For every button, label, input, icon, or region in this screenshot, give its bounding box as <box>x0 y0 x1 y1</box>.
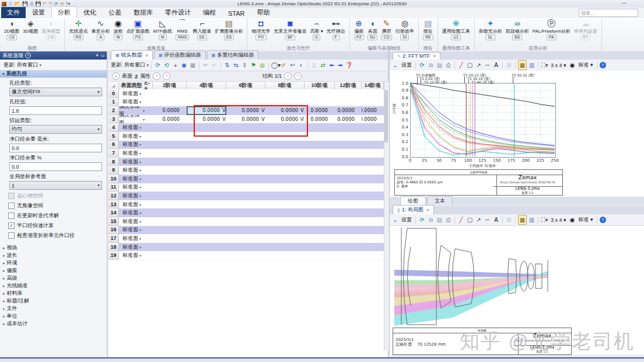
data-cell[interactable] <box>145 166 153 175</box>
help-icon[interactable]: ❓ <box>345 61 353 69</box>
ribbon-button-通用绘图工具[interactable]: ❋通用绘图工具U1 <box>441 19 471 40</box>
data-cell[interactable] <box>304 141 335 150</box>
save-as-icon[interactable]: 💾 <box>35 1 41 6</box>
data-cell[interactable]: 0.0000 <box>304 115 335 124</box>
data-cell[interactable] <box>265 226 305 235</box>
data-cell[interactable] <box>265 251 305 260</box>
data-cell[interactable] <box>362 183 384 193</box>
line-tool-icon[interactable]: ╱ <box>457 215 465 224</box>
sidebar-tree-item-文件[interactable]: ▸文件 <box>3 305 107 312</box>
data-cell[interactable] <box>335 217 362 227</box>
data-cell[interactable] <box>362 89 384 99</box>
search-input[interactable]: 搜索... <box>579 9 638 17</box>
data-cell[interactable] <box>145 234 153 243</box>
jump-left-icon[interactable]: ⬅ <box>328 61 335 69</box>
data-cell[interactable] <box>265 158 305 167</box>
data-cell[interactable] <box>304 251 335 260</box>
ribbon-button-RMS[interactable]: ⌒RMSRMS <box>174 19 191 40</box>
solve-flag[interactable]: V <box>261 116 265 122</box>
text-tool-icon[interactable]: A <box>492 61 500 69</box>
surface-type-cell[interactable]: 标准面▾ <box>119 183 145 193</box>
redo-icon[interactable]: ↷ <box>48 1 52 6</box>
sidebar-checkbox-在更新时迭代求解[interactable]: 在更新时迭代求解 <box>8 212 102 220</box>
ribbon-button-波前[interactable]: ◉波前W <box>112 19 124 40</box>
data-cell[interactable] <box>362 208 384 218</box>
data-cell[interactable] <box>265 192 305 201</box>
tab-fft-mtf[interactable]: ∿ 2: FFT MTF × <box>393 52 440 60</box>
line-tool-icon[interactable]: ╱ <box>457 61 465 69</box>
save-icon[interactable]: 💾 <box>22 1 28 6</box>
column-header-8阶项[interactable]: 8阶项 <box>265 82 304 90</box>
menu-tab-公差[interactable]: 公差 <box>103 7 127 18</box>
ribbon-button-偏振[interactable]: ⊕偏振PZ <box>353 19 365 40</box>
solve-flag[interactable]: V <box>222 116 226 122</box>
field-input[interactable]: 0.0 <box>9 162 102 171</box>
data-cell[interactable] <box>362 149 384 158</box>
data-cell[interactable] <box>335 175 362 184</box>
data-cell[interactable] <box>187 217 227 227</box>
data-cell[interactable] <box>226 234 266 243</box>
column-header-6阶项[interactable]: 6阶项 <box>226 82 265 90</box>
data-cell[interactable]: 0.0000V <box>226 115 266 124</box>
data-cell[interactable] <box>335 132 362 141</box>
checkbox-icon[interactable] <box>8 213 15 219</box>
data-cell[interactable] <box>362 192 384 201</box>
data-cell[interactable] <box>153 226 187 235</box>
surface-type-cell[interactable]: 标准面▾ <box>119 158 145 167</box>
data-cell[interactable] <box>265 123 305 133</box>
record-icon[interactable]: ◉ <box>569 215 576 224</box>
ribbon-button-扩展图像分析[interactable]: ▤扩展图像分析ES <box>214 19 244 40</box>
data-cell[interactable] <box>362 166 384 175</box>
close-icon[interactable]: × <box>145 53 148 58</box>
editor-update-button[interactable]: 更新: 所有窗口 ▾ <box>111 61 149 69</box>
data-cell[interactable] <box>187 141 227 150</box>
checkbox-icon[interactable] <box>8 203 15 209</box>
sidebar-checkbox-检查渐变折射率元件口径[interactable]: 检查渐变折射率元件口径 <box>8 232 102 239</box>
data-cell[interactable] <box>145 217 153 227</box>
data-cell[interactable] <box>362 158 384 167</box>
toolbar-label-settings[interactable]: 设置 <box>401 61 412 69</box>
data-cell[interactable] <box>226 89 266 99</box>
data-cell[interactable] <box>226 141 266 150</box>
cut-icon[interactable]: ✄ <box>202 61 209 69</box>
data-cell[interactable] <box>304 149 335 158</box>
collapse-chevron-icon[interactable]: ⌄ <box>391 61 399 69</box>
data-cell[interactable] <box>187 226 227 235</box>
sidebar-update-row[interactable]: 更新: 所有窗口 ▾ <box>0 60 107 70</box>
toolbar-label-grid_label[interactable]: 3 x 4 ▾ <box>551 62 566 68</box>
data-cell[interactable] <box>226 243 266 252</box>
data-cell[interactable] <box>187 200 227 210</box>
surface-type-cell[interactable]: 偶次非球面▾ <box>119 115 145 124</box>
data-cell[interactable] <box>226 183 266 193</box>
data-cell[interactable] <box>145 243 153 252</box>
data-cell[interactable] <box>153 141 187 150</box>
data-cell[interactable] <box>226 217 266 227</box>
data-cell[interactable] <box>145 208 153 218</box>
data-cell[interactable] <box>265 149 305 158</box>
data-cell[interactable] <box>362 200 384 210</box>
data-cell[interactable] <box>187 89 227 99</box>
save-icon[interactable]: ▤ <box>436 61 443 69</box>
data-cell[interactable] <box>187 98 227 107</box>
data-cell[interactable]: 0.0000 <box>153 106 187 116</box>
data-cell[interactable] <box>265 166 305 175</box>
checkbox-icon[interactable] <box>8 232 15 239</box>
surface-type-cell[interactable]: 标准面▾ <box>119 175 145 184</box>
menu-tab-编程[interactable]: 编程 <box>197 7 222 18</box>
toolbar-label-settings[interactable]: 设置 <box>401 216 412 224</box>
data-cell[interactable] <box>145 89 153 99</box>
grid-toggle-icon[interactable]: ▦ <box>518 215 527 225</box>
data-cell[interactable] <box>362 123 384 133</box>
solve-flag[interactable]: V <box>261 107 265 113</box>
data-cell[interactable]: 0.0000V <box>265 106 305 116</box>
data-cell[interactable]: 0.0000 <box>362 115 384 124</box>
next-surface-button[interactable]: › <box>163 72 170 80</box>
sidebar-tree-item-视场[interactable]: ▸视场 <box>3 244 107 252</box>
data-cell[interactable] <box>304 200 335 210</box>
globe-icon[interactable]: ◉ <box>180 61 188 69</box>
collapse-icon[interactable]: ▾ <box>96 53 99 58</box>
menu-tab-数据库[interactable]: 数据库 <box>128 7 159 18</box>
sidebar-checkbox-无焦像空间[interactable]: 无焦像空间 <box>8 202 102 210</box>
rect-tool-icon[interactable]: ▢ <box>466 61 474 69</box>
column-header-4阶项[interactable]: 4阶项 <box>187 82 226 90</box>
